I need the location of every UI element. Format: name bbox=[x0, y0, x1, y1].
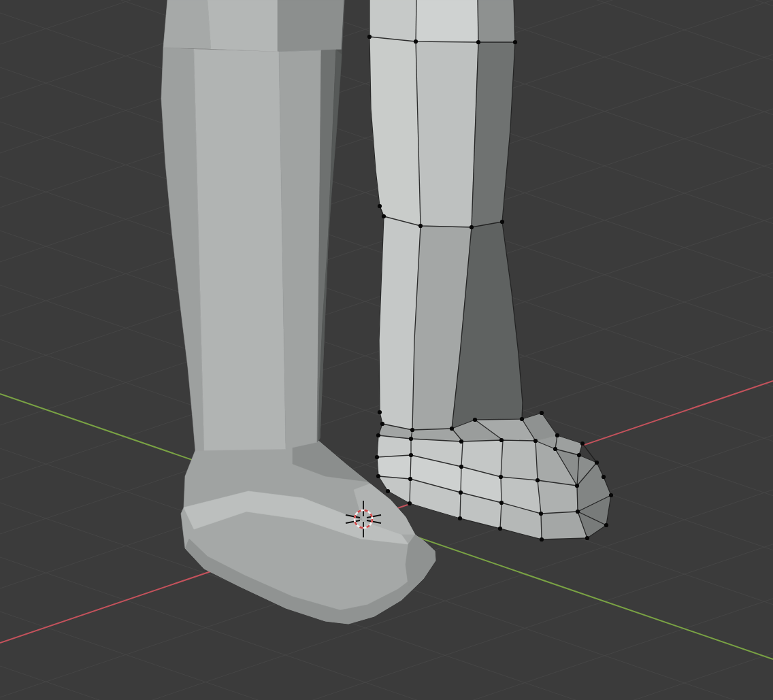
right-leg-mesh[interactable] bbox=[369, 0, 523, 430]
3d-viewport[interactable] bbox=[0, 0, 773, 700]
